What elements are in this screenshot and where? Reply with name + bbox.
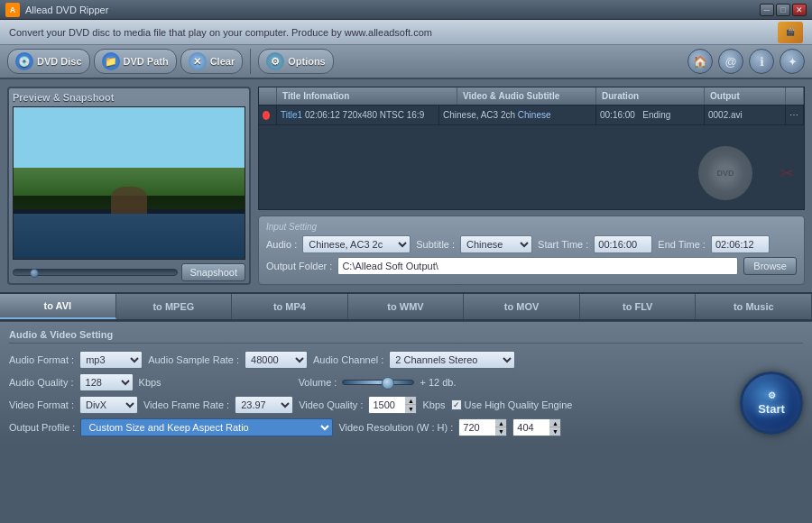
scissors-icon: ✂: [780, 162, 795, 184]
video-fps-label: Video Frame Rate :: [143, 399, 229, 410]
td-actions: ⋯: [786, 106, 804, 124]
title-duration: 02:06:12 720x480 NTSC 16:9: [305, 110, 424, 120]
options-button[interactable]: ⚙ Options: [258, 49, 334, 74]
resolution-label: Video Resolution (W : H) :: [338, 422, 453, 433]
height-value: 404: [513, 421, 549, 434]
window-controls: ─ □ ✕: [760, 4, 807, 16]
width-down[interactable]: ▼: [495, 427, 506, 436]
height-down[interactable]: ▼: [549, 427, 560, 436]
audio-quality-select[interactable]: 128: [79, 373, 134, 391]
tab-avi[interactable]: to AVI: [0, 294, 116, 319]
kbps-label: Kbps: [139, 377, 161, 388]
volume-track: [342, 380, 414, 385]
video-quality-label: Video Quality :: [299, 399, 363, 410]
td-duration: 00:16:00 Ending: [596, 106, 705, 124]
preview-slider-row: Snapshoot: [13, 263, 245, 281]
th-check: [259, 87, 277, 105]
maximize-btn[interactable]: □: [776, 4, 790, 16]
tab-flv[interactable]: to FLV: [580, 294, 697, 319]
tab-mov[interactable]: to MOV: [464, 294, 580, 319]
audio-format-select[interactable]: mp3: [79, 351, 143, 369]
height-up[interactable]: ▲: [549, 419, 560, 427]
width-up[interactable]: ▲: [495, 419, 506, 427]
info-button[interactable]: ℹ: [749, 49, 774, 74]
input-settings-title: Input Setting: [266, 222, 797, 232]
audio-sample-label: Audio Sample Rate :: [148, 354, 239, 365]
width-value: 720: [459, 421, 495, 434]
snapshot-button[interactable]: Snapshoot: [181, 263, 245, 281]
start-label: Start: [758, 402, 785, 416]
output-folder-input[interactable]: [337, 257, 738, 275]
video-quality-value: 1500: [369, 399, 405, 411]
hq-checkbox-label[interactable]: ✓ Use High Quality Engine: [451, 399, 573, 410]
preview-slider[interactable]: [13, 269, 178, 276]
audio-channel-label: Audio Channel :: [313, 354, 383, 365]
input-row-2: Output Folder : Browse: [266, 257, 797, 275]
volume-slider[interactable]: [342, 380, 414, 385]
settings-button[interactable]: ✦: [780, 49, 805, 74]
subtitle-select[interactable]: Chinese: [460, 235, 532, 253]
bottom-settings: Audio & Video Setting Audio Format : mp3…: [0, 321, 812, 444]
radio-indicator: [263, 111, 270, 120]
browse-button[interactable]: Browse: [743, 257, 797, 275]
hq-checkbox[interactable]: ✓: [451, 399, 462, 410]
minimize-btn[interactable]: ─: [760, 4, 774, 16]
audio-label: Audio :: [266, 239, 297, 250]
app-icon: A: [5, 3, 20, 17]
video-quality-spinbox[interactable]: 1500 ▲ ▼: [368, 396, 417, 414]
dvd-path-icon: 📁: [102, 52, 120, 70]
tab-mp4[interactable]: to MP4: [232, 294, 348, 319]
title-name: Title1: [281, 110, 302, 120]
title-bar: A Allead DVD Ripper ─ □ ✕: [0, 0, 812, 20]
volume-thumb: [382, 377, 394, 390]
title-list-header: Title Infomation Video & Audio Subtitle …: [259, 87, 804, 106]
video-fps-select[interactable]: 23.97: [235, 396, 293, 414]
dvd-disc-button[interactable]: 💿 DVD Disc: [7, 49, 90, 74]
audio-sample-select[interactable]: 48000: [245, 351, 308, 369]
home-button[interactable]: 🏠: [687, 49, 713, 74]
height-arrows: ▲ ▼: [549, 419, 560, 436]
clear-button[interactable]: ✕ Clear: [180, 49, 244, 74]
clear-icon: ✕: [189, 52, 207, 70]
dvd-path-button[interactable]: 📁 DVD Path: [94, 49, 177, 74]
options-label: Options: [288, 56, 326, 67]
tab-mpeg[interactable]: to MPEG: [116, 294, 233, 319]
end-time-input[interactable]: [711, 235, 770, 253]
start-button[interactable]: ⚙ Start: [740, 372, 803, 435]
table-row[interactable]: Title1 02:06:12 720x480 NTSC 16:9 Chines…: [259, 106, 804, 125]
th-title-info: Title Infomation: [277, 87, 457, 105]
height-spinbox[interactable]: 404 ▲ ▼: [512, 418, 561, 436]
spinbox-up[interactable]: ▲: [405, 397, 416, 405]
td-subtitle: Chinese, AC3 2ch Chinese: [439, 106, 596, 124]
preview-water: [14, 209, 245, 259]
volume-label: Volume :: [299, 377, 337, 388]
toolbar: 💿 DVD Disc 📁 DVD Path ✕ Clear ⚙ Options …: [0, 45, 812, 79]
preview-gazebo: [111, 187, 147, 214]
close-btn[interactable]: ✕: [792, 4, 807, 16]
video-format-label: Video Format :: [9, 399, 74, 410]
td-check[interactable]: [259, 106, 277, 124]
start-time-input[interactable]: [594, 235, 652, 253]
spinbox-down[interactable]: ▼: [405, 405, 416, 413]
app-title: Allead DVD Ripper: [25, 5, 760, 15]
dvd-disc-label: DVD Disc: [37, 56, 82, 67]
audio-channel-select[interactable]: 2 Channels Stereo: [389, 351, 515, 369]
preview-panel: Preview & Snapshoot Snapshoot: [7, 87, 251, 285]
video-format-select[interactable]: DivX: [79, 396, 138, 414]
tab-music[interactable]: to Music: [696, 294, 812, 319]
audio-select[interactable]: Chinese, AC3 2c: [302, 235, 411, 253]
preview-slider-thumb: [30, 269, 39, 278]
tab-wmv[interactable]: to WMV: [348, 294, 465, 319]
audio-quality-label: Audio Quality :: [9, 377, 74, 388]
subtitle-bar: Convert your DVD disc to media file that…: [0, 20, 812, 45]
subtitle-text: Convert your DVD disc to media file that…: [9, 27, 432, 38]
av-settings-title: Audio & Video Setting: [9, 329, 803, 344]
width-spinbox[interactable]: 720 ▲ ▼: [458, 418, 507, 436]
clear-label: Clear: [210, 56, 235, 67]
start-button-area: ⚙ Start: [740, 372, 803, 435]
dvd-disc-icon: 💿: [15, 52, 33, 70]
dvd-disc-watermark: DVD: [698, 146, 752, 200]
email-button[interactable]: @: [718, 49, 743, 74]
input-settings-panel: Input Setting Audio : Chinese, AC3 2c Su…: [258, 216, 805, 285]
output-profile-select[interactable]: Custom Size and Keep Aspect Ratio: [80, 418, 333, 436]
